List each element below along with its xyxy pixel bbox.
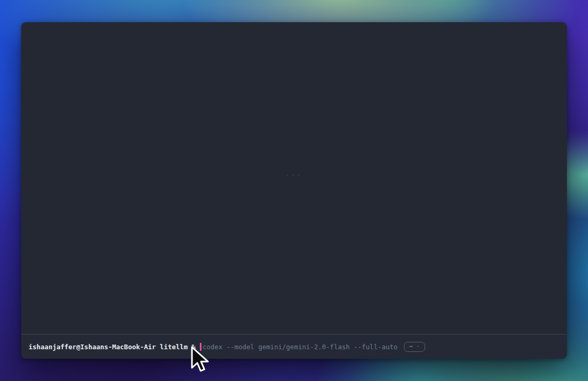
terminal-output-area: ··· xyxy=(21,22,567,334)
prompt-symbol: % xyxy=(192,343,196,351)
terminal-window[interactable]: ··· ishaanjaffer@Ishaans-MacBook-Air lit… xyxy=(21,22,567,359)
prompt-directory: litellm xyxy=(160,343,188,351)
command-prompt-line[interactable]: ishaanjaffer@Ishaans-MacBook-Air litellm… xyxy=(21,334,567,359)
autosuggestion-text: codex --model gemini/gemini-2.0-flash --… xyxy=(203,343,398,351)
text-cursor xyxy=(200,343,201,351)
tab-completion-hint-icon[interactable]: → · xyxy=(404,342,425,352)
loading-indicator: ··· xyxy=(286,172,302,179)
prompt-user-host: ishaanjaffer@Ishaans-MacBook-Air xyxy=(29,343,156,351)
